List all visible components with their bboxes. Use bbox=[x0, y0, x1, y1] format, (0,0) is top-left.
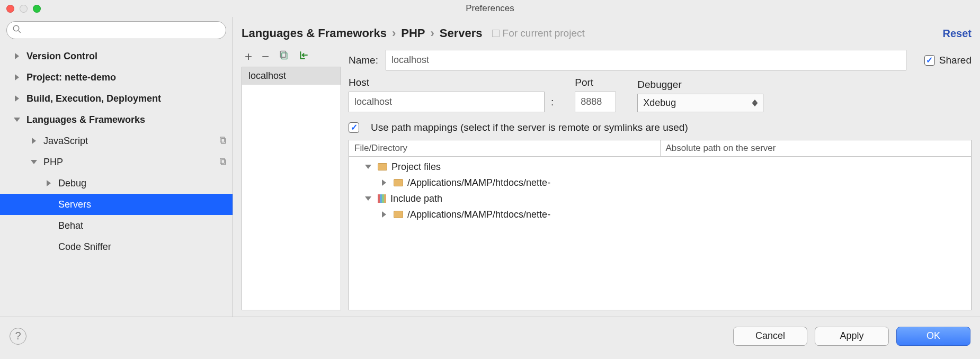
name-input[interactable] bbox=[386, 50, 906, 70]
grid-cell: /Applications/MAMP/htdocs/nette- bbox=[407, 209, 550, 220]
tree-label: Languages & Frameworks bbox=[26, 114, 145, 125]
grid-row[interactable]: Project files bbox=[349, 159, 971, 175]
updown-icon bbox=[752, 100, 758, 106]
tree-item-debug[interactable]: Debug bbox=[0, 173, 233, 194]
settings-tree: Version Control Project: nette-demo Buil… bbox=[0, 43, 233, 317]
tree-item-version-control[interactable]: Version Control bbox=[0, 46, 233, 67]
svg-rect-7 bbox=[280, 51, 286, 58]
chevron-right-icon bbox=[32, 138, 36, 144]
port-input[interactable] bbox=[575, 92, 616, 112]
grid-cell: Project files bbox=[391, 161, 441, 173]
tree-label: JavaScript bbox=[43, 136, 88, 147]
host-input[interactable] bbox=[349, 92, 545, 112]
tree-item-php[interactable]: PHP bbox=[0, 151, 233, 173]
svg-rect-4 bbox=[221, 159, 226, 164]
svg-line-1 bbox=[19, 31, 21, 33]
debugger-value: Xdebug bbox=[643, 97, 676, 109]
cancel-button[interactable]: Cancel bbox=[733, 327, 807, 346]
ok-button[interactable]: OK bbox=[896, 327, 970, 346]
chevron-right-icon bbox=[47, 180, 51, 186]
grid-header-path[interactable]: Absolute path on the server bbox=[661, 140, 972, 156]
chevron-right-icon bbox=[15, 95, 19, 102]
import-button[interactable] bbox=[299, 50, 309, 64]
breadcrumb-1: Languages & Frameworks bbox=[242, 26, 387, 40]
name-label: Name: bbox=[349, 55, 378, 66]
chevron-down-icon bbox=[31, 160, 37, 164]
folder-icon bbox=[394, 179, 403, 186]
grid-header-file[interactable]: File/Directory bbox=[349, 140, 661, 156]
chevron-down-icon bbox=[365, 196, 371, 201]
remove-button[interactable]: − bbox=[262, 49, 269, 64]
debugger-label: Debugger bbox=[637, 79, 763, 91]
debugger-select[interactable]: Xdebug bbox=[637, 94, 763, 112]
search-field[interactable] bbox=[6, 21, 226, 39]
grid-cell: Include path bbox=[390, 193, 442, 204]
scope-text: For current project bbox=[503, 28, 585, 39]
tree-item-languages[interactable]: Languages & Frameworks bbox=[0, 109, 233, 130]
grid-row[interactable]: /Applications/MAMP/htdocs/nette- bbox=[349, 207, 971, 222]
copy-icon bbox=[219, 157, 227, 167]
server-list-toolbar: + − bbox=[242, 50, 341, 67]
colon-separator: : bbox=[551, 96, 554, 108]
window-title: Preferences bbox=[0, 3, 980, 14]
svg-rect-2 bbox=[221, 138, 226, 143]
folder-icon bbox=[394, 211, 403, 218]
tree-item-project[interactable]: Project: nette-demo bbox=[0, 67, 233, 88]
library-icon bbox=[378, 194, 386, 203]
chevron-right-icon bbox=[382, 211, 386, 218]
tree-label: Servers bbox=[58, 199, 91, 210]
apply-button[interactable]: Apply bbox=[815, 327, 889, 346]
tree-item-servers[interactable]: Servers bbox=[0, 194, 233, 215]
tree-label: Debug bbox=[58, 178, 86, 189]
tree-label: Code Sniffer bbox=[58, 241, 111, 253]
host-label: Host bbox=[349, 77, 554, 88]
breadcrumb: Languages & Frameworks › PHP › Servers F… bbox=[242, 22, 972, 44]
help-button[interactable]: ? bbox=[10, 328, 26, 345]
reset-link[interactable]: Reset bbox=[943, 28, 972, 40]
grid-row[interactable]: /Applications/MAMP/htdocs/nette- bbox=[349, 175, 971, 191]
path-mappings-grid: File/Directory Absolute path on the serv… bbox=[349, 140, 972, 310]
shared-label: Shared bbox=[939, 55, 972, 66]
add-button[interactable]: + bbox=[245, 49, 252, 64]
tree-item-build[interactable]: Build, Execution, Deployment bbox=[0, 88, 233, 109]
project-icon bbox=[492, 30, 500, 37]
search-input[interactable] bbox=[26, 25, 220, 35]
tree-label: Project: nette-demo bbox=[26, 72, 116, 83]
scope-label: For current project bbox=[492, 28, 585, 39]
chevron-right-icon: › bbox=[430, 26, 434, 40]
svg-rect-5 bbox=[220, 158, 225, 163]
server-list[interactable]: localhost bbox=[242, 67, 341, 310]
tree-label: Build, Execution, Deployment bbox=[26, 93, 161, 104]
content-pane: Languages & Frameworks › PHP › Servers F… bbox=[233, 17, 980, 317]
server-form: Name: Shared Host : bbox=[349, 50, 972, 310]
chevron-down-icon bbox=[365, 165, 371, 169]
sidebar: Version Control Project: nette-demo Buil… bbox=[0, 17, 233, 317]
breadcrumb-3: Servers bbox=[440, 26, 483, 40]
folder-icon bbox=[378, 163, 387, 170]
svg-rect-3 bbox=[220, 137, 225, 142]
copy-button[interactable] bbox=[279, 50, 289, 64]
tree-label: Version Control bbox=[26, 51, 97, 62]
breadcrumb-2: PHP bbox=[401, 26, 425, 40]
svg-rect-6 bbox=[282, 53, 287, 59]
use-path-mappings-checkbox[interactable] bbox=[349, 122, 359, 133]
chevron-down-icon bbox=[14, 118, 20, 122]
shared-checkbox[interactable] bbox=[924, 55, 935, 66]
tree-label: PHP bbox=[43, 157, 63, 168]
tree-item-code-sniffer[interactable]: Code Sniffer bbox=[0, 236, 233, 257]
chevron-right-icon bbox=[382, 180, 386, 186]
tree-item-behat[interactable]: Behat bbox=[0, 215, 233, 236]
title-bar: Preferences bbox=[0, 0, 980, 17]
server-list-item[interactable]: localhost bbox=[242, 67, 341, 85]
grid-cell: /Applications/MAMP/htdocs/nette- bbox=[407, 177, 550, 189]
port-label: Port bbox=[575, 77, 616, 88]
search-icon bbox=[12, 24, 22, 36]
tree-item-javascript[interactable]: JavaScript bbox=[0, 130, 233, 151]
svg-point-0 bbox=[13, 25, 19, 31]
copy-icon bbox=[219, 136, 227, 146]
dialog-footer: ? Cancel Apply OK bbox=[0, 317, 980, 355]
server-list-panel: + − localhost bbox=[242, 50, 341, 310]
use-path-mappings-label: Use path mappings (select if the server … bbox=[371, 122, 688, 133]
grid-row[interactable]: Include path bbox=[349, 191, 971, 207]
chevron-right-icon bbox=[15, 53, 19, 59]
